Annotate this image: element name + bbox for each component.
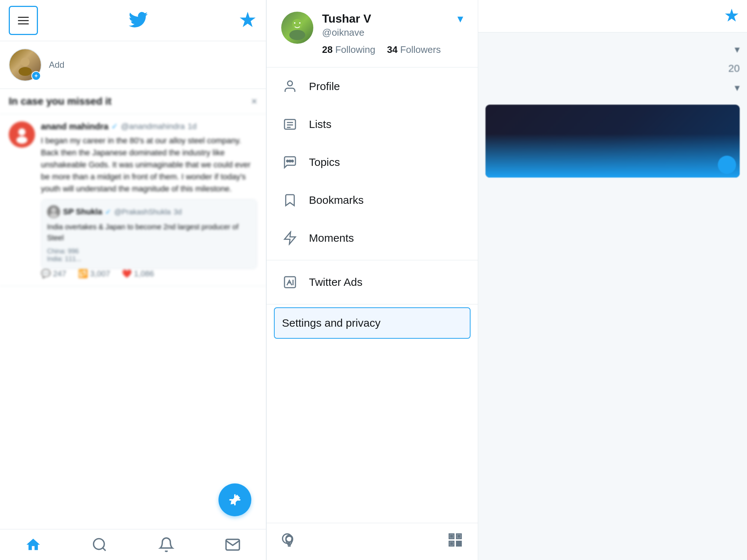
missed-close-button[interactable]: ×: [251, 96, 257, 107]
followers-stat[interactable]: 34 Followers: [387, 44, 441, 55]
drawer-user-handle: @oiknave: [322, 27, 463, 38]
menu-label-profile: Profile: [309, 80, 340, 93]
tweet-header-1: anand mahindra ✓ @anandmahindra 1d: [41, 121, 257, 132]
svg-point-17: [287, 160, 289, 162]
retweet-location2: India: 111...: [47, 255, 251, 263]
extra-chevron-1: ▾: [485, 40, 740, 59]
add-story-badge[interactable]: +: [31, 71, 41, 81]
drawer-avatar[interactable]: [281, 12, 313, 44]
extra-sparkle-icon[interactable]: [724, 7, 740, 25]
menu-divider-1: [267, 260, 478, 260]
menu-label-settings: Settings and privacy: [282, 317, 380, 329]
user-avatar-story[interactable]: +: [9, 48, 42, 81]
retweet-text: India overtakes & Japan to become 2nd la…: [47, 221, 251, 243]
drawer-footer: [267, 523, 478, 560]
menu-item-profile[interactable]: Profile: [267, 67, 478, 105]
drawer-name-row: Tushar V ▾: [322, 12, 463, 26]
bottom-navigation: [0, 529, 266, 560]
tweet-author-handle: @anandmahindra: [121, 122, 185, 131]
menu-item-twitter-ads[interactable]: Twitter Ads: [267, 263, 478, 301]
compose-tweet-button[interactable]: [218, 483, 251, 516]
tweet-content-1: anand mahindra ✓ @anandmahindra 1d I beg…: [41, 121, 257, 279]
drawer-stats: 28 Following 34 Followers: [322, 44, 463, 55]
nav-home[interactable]: [25, 537, 41, 553]
extra-header: [478, 0, 747, 32]
profile-icon: [281, 78, 299, 95]
menu-label-topics: Topics: [309, 156, 340, 168]
svg-rect-29: [458, 535, 460, 537]
nav-notifications[interactable]: [158, 537, 174, 553]
drawer-user-name: Tushar V: [322, 12, 371, 26]
navigation-drawer: Tushar V ▾ @oiknave 28 Following 34 Foll…: [266, 0, 478, 560]
reply-action[interactable]: 💬 247: [41, 269, 66, 279]
menu-item-topics[interactable]: Topics: [267, 143, 478, 181]
extra-content-area: ▾ 20 ▾: [478, 32, 747, 185]
extra-right-column: ▾ 20 ▾: [478, 0, 747, 560]
story-area: + Add: [0, 41, 266, 89]
retweet-author-handle: @PrakashShukla: [114, 208, 171, 216]
bookmarks-icon: [281, 191, 299, 209]
feed-section: In case you missed it × anand mahindra ✓…: [0, 89, 266, 529]
svg-rect-40: [457, 541, 459, 544]
tweet-card: anand mahindra ✓ @anandmahindra 1d I beg…: [0, 114, 266, 286]
svg-point-5: [50, 213, 58, 218]
menu-label-bookmarks: Bookmarks: [309, 194, 364, 206]
svg-point-8: [289, 30, 305, 40]
svg-rect-43: [459, 544, 461, 546]
retweet-header: SP Shukla ✓ @PrakashShukla 3d: [47, 205, 251, 218]
drawer-expand-chevron-icon[interactable]: ▾: [457, 12, 463, 26]
retweet-location1: China: 996: [47, 248, 251, 255]
lists-icon: [281, 116, 299, 133]
menu-item-settings[interactable]: Settings and privacy: [274, 307, 471, 339]
twitter-logo-icon: [129, 10, 148, 31]
like-action[interactable]: ❤️ 1,086: [122, 269, 154, 279]
svg-point-11: [287, 81, 292, 86]
svg-point-9: [294, 22, 295, 24]
extra-number: 20: [485, 59, 740, 78]
tweet-actions: 💬 247 🔁 3,007 ❤️ 1,086: [41, 269, 257, 279]
top-navigation: [0, 0, 266, 41]
qr-code-icon[interactable]: [447, 532, 463, 551]
missed-header: In case you missed it ×: [0, 89, 266, 114]
add-story-label[interactable]: Add: [49, 60, 65, 70]
menu-label-twitter-ads: Twitter Ads: [309, 276, 363, 288]
menu-item-bookmarks[interactable]: Bookmarks: [267, 181, 478, 219]
svg-point-16: [289, 160, 291, 162]
svg-rect-42: [457, 544, 459, 546]
sparkle-icon[interactable]: [238, 10, 257, 31]
twitter-ads-icon: [281, 273, 299, 291]
hamburger-button[interactable]: [9, 6, 38, 35]
following-stat[interactable]: 28 Following: [322, 44, 375, 55]
menu-label-moments: Moments: [309, 232, 354, 244]
tweet-text: I began my career in the 80's at our all…: [41, 135, 257, 195]
svg-rect-28: [450, 535, 453, 537]
drawer-user-header: Tushar V ▾ @oiknave 28 Following 34 Foll…: [267, 0, 478, 67]
topics-icon: [281, 153, 299, 171]
drawer-user-info: Tushar V ▾ @oiknave 28 Following 34 Foll…: [322, 12, 463, 55]
svg-rect-41: [459, 541, 461, 544]
menu-item-moments[interactable]: Moments: [267, 219, 478, 257]
svg-point-18: [291, 160, 293, 162]
extra-image-card: [485, 105, 740, 178]
svg-marker-19: [285, 232, 295, 244]
retweet-card: SP Shukla ✓ @PrakashShukla 3d India over…: [41, 199, 257, 269]
svg-point-0: [21, 58, 30, 66]
svg-point-3: [16, 136, 27, 144]
svg-point-1: [19, 67, 32, 76]
svg-rect-30: [450, 542, 453, 545]
retweet-action[interactable]: 🔁 3,007: [78, 269, 110, 279]
nav-search[interactable]: [92, 537, 108, 553]
svg-point-6: [94, 539, 104, 549]
moments-icon: [281, 229, 299, 247]
main-feed-panel: + Add In case you missed it × anand mahi…: [0, 0, 266, 560]
display-lightbulb-icon[interactable]: [281, 532, 297, 551]
svg-point-2: [18, 128, 26, 136]
retweet-time: 3d: [174, 208, 182, 216]
svg-point-4: [51, 207, 56, 213]
menu-item-lists[interactable]: Lists: [267, 105, 478, 143]
drawer-menu: Profile Lists: [267, 67, 478, 523]
retweet-author-name: SP Shukla: [63, 207, 102, 217]
extra-profile-mini: [718, 156, 736, 174]
nav-messages[interactable]: [225, 537, 241, 553]
svg-point-10: [299, 22, 301, 24]
